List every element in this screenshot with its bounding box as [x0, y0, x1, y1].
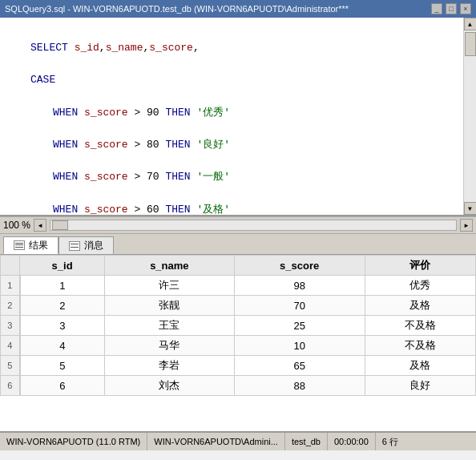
table-row: 5 5 李岩 65 及格	[1, 356, 476, 376]
cell-sname: 许三	[105, 276, 234, 296]
scroll-track	[464, 30, 476, 202]
col-eval: 评价	[365, 256, 475, 276]
row-number: 3	[1, 316, 20, 336]
table-row: 1 1 许三 98 优秀	[1, 276, 476, 296]
results-table-wrapper: s_id s_name s_score 评价 1 1 许三 98 优秀 2 2 …	[0, 255, 476, 431]
cell-sscore: 70	[234, 296, 365, 316]
scroll-down-arrow[interactable]: ▼	[464, 202, 477, 215]
editor-scrollbar[interactable]: ▲ ▼	[463, 18, 476, 215]
window-controls: _ □ ×	[431, 3, 471, 14]
cell-sname: 刘杰	[105, 376, 234, 396]
col-rownum	[1, 256, 20, 276]
cell-eval: 及格	[365, 356, 475, 376]
results-tab-icon	[14, 240, 25, 250]
hscroll-thumb[interactable]	[52, 220, 68, 230]
cell-sname: 马华	[105, 336, 234, 356]
row-number: 1	[1, 276, 20, 296]
table-row: 3 3 王宝 25 不及格	[1, 316, 476, 336]
hscroll-bar: 100 % ◄ ►	[0, 216, 476, 234]
row-number: 4	[1, 336, 20, 356]
tab-messages[interactable]: 消息	[58, 236, 114, 254]
row-number: 6	[1, 376, 20, 396]
cell-sname: 李岩	[105, 356, 234, 376]
close-button[interactable]: ×	[460, 3, 471, 14]
status-user-text: WIN-VORN6APUOTD\Admini...	[154, 437, 278, 446]
minimize-button[interactable]: _	[431, 3, 442, 14]
row-number: 5	[1, 356, 20, 376]
status-time: 00:00:00	[328, 433, 376, 450]
cell-sscore: 65	[234, 356, 365, 376]
cell-sid: 2	[20, 296, 105, 316]
table-row: 2 2 张靓 70 及格	[1, 296, 476, 316]
status-rows: 6 行	[376, 433, 405, 450]
cell-sscore: 10	[234, 336, 365, 356]
status-db: test_db	[285, 433, 328, 450]
cell-eval: 优秀	[365, 276, 475, 296]
cell-sid: 1	[20, 276, 105, 296]
col-sscore: s_score	[234, 256, 365, 276]
row-number: 2	[1, 296, 20, 316]
cell-sid: 5	[20, 356, 105, 376]
sql-editor: SELECT s_id,s_name,s_score, CASE WHEN s_…	[0, 18, 476, 216]
results-table: s_id s_name s_score 评价 1 1 许三 98 优秀 2 2 …	[0, 255, 476, 396]
hscroll-right-arrow[interactable]: ►	[460, 219, 473, 232]
messages-tab-icon	[69, 241, 80, 251]
cell-eval: 不及格	[365, 336, 475, 356]
cell-sid: 3	[20, 316, 105, 336]
editor-content[interactable]: SELECT s_id,s_name,s_score, CASE WHEN s_…	[0, 18, 463, 215]
cell-sname: 王宝	[105, 316, 234, 336]
scroll-thumb[interactable]	[465, 32, 476, 56]
tab-results-label: 结果	[29, 239, 48, 252]
cell-eval: 不及格	[365, 316, 475, 336]
status-user: WIN-VORN6APUOTD\Admini...	[147, 433, 285, 450]
status-time-text: 00:00:00	[334, 437, 369, 446]
table-header-row: s_id s_name s_score 评价	[1, 256, 476, 276]
status-server: WIN-VORN6APUOTD (11.0 RTM)	[0, 433, 147, 450]
status-server-text: WIN-VORN6APUOTD (11.0 RTM)	[6, 437, 140, 446]
col-sid: s_id	[20, 256, 105, 276]
hscroll-left-arrow[interactable]: ◄	[34, 219, 46, 232]
cell-sscore: 25	[234, 316, 365, 336]
cell-sname: 张靓	[105, 296, 234, 316]
title-text: SQLQuery3.sql - WIN-VORN6APUOTD.test_db …	[5, 4, 349, 14]
col-sname: s_name	[105, 256, 234, 276]
table-row: 4 4 马华 10 不及格	[1, 336, 476, 356]
title-bar: SQLQuery3.sql - WIN-VORN6APUOTD.test_db …	[0, 0, 476, 18]
zoom-label: 100 %	[3, 220, 30, 231]
status-db-text: test_db	[292, 437, 321, 446]
status-rows-text: 6 行	[382, 436, 398, 448]
cell-sscore: 88	[234, 376, 365, 396]
table-row: 6 6 刘杰 88 良好	[1, 376, 476, 396]
cell-eval: 及格	[365, 296, 475, 316]
cell-eval: 良好	[365, 376, 475, 396]
status-bar: WIN-VORN6APUOTD (11.0 RTM) WIN-VORN6APUO…	[0, 431, 476, 450]
tab-messages-label: 消息	[84, 239, 103, 252]
results-area: s_id s_name s_score 评价 1 1 许三 98 优秀 2 2 …	[0, 255, 476, 431]
tab-results[interactable]: 结果	[3, 236, 58, 254]
results-tabs: 结果 消息	[0, 234, 476, 255]
scroll-up-arrow[interactable]: ▲	[464, 18, 477, 30]
hscroll-track[interactable]	[50, 220, 457, 231]
cell-sscore: 98	[234, 276, 365, 296]
maximize-button[interactable]: □	[446, 3, 457, 14]
cell-sid: 6	[20, 376, 105, 396]
cell-sid: 4	[20, 336, 105, 356]
